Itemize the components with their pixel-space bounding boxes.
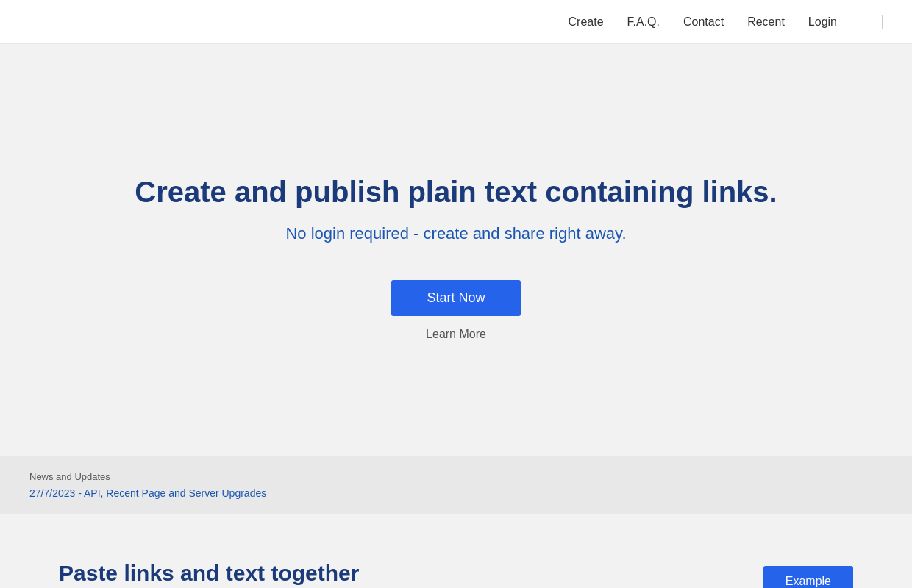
hero-section: Create and publish plain text containing…: [0, 44, 912, 456]
news-link[interactable]: 27/7/2023 - API, Recent Page and Server …: [29, 487, 266, 499]
news-section: News and Updates 27/7/2023 - API, Recent…: [0, 456, 912, 514]
lower-title: Paste links and text together: [59, 559, 763, 587]
language-flag-icon[interactable]: [861, 15, 883, 29]
example-button[interactable]: Example: [763, 566, 853, 588]
header: Create F.A.Q. Contact Recent Login: [0, 0, 912, 44]
hero-title: Create and publish plain text containing…: [135, 174, 777, 209]
nav-create[interactable]: Create: [569, 15, 604, 29]
nav: Create F.A.Q. Contact Recent Login: [569, 15, 883, 29]
cta-container: Start Now Learn More: [391, 280, 520, 341]
nav-contact[interactable]: Contact: [683, 15, 724, 29]
nav-recent[interactable]: Recent: [747, 15, 785, 29]
start-now-button[interactable]: Start Now: [391, 280, 520, 316]
lower-section: Paste links and text together Example: [0, 514, 912, 588]
learn-more-link[interactable]: Learn More: [426, 328, 486, 341]
hero-subtitle: No login required - create and share rig…: [285, 224, 626, 243]
nav-faq[interactable]: F.A.Q.: [627, 15, 660, 29]
news-label: News and Updates: [29, 471, 883, 482]
lower-right: Example: [763, 559, 853, 588]
nav-login[interactable]: Login: [808, 15, 837, 29]
lower-left: Paste links and text together: [59, 559, 763, 587]
